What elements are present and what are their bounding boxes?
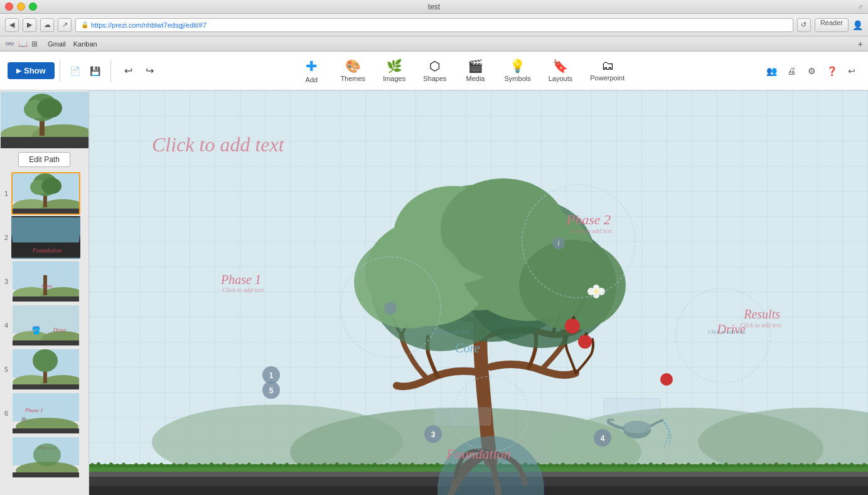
svg-text:Drive: Drive — [53, 327, 67, 333]
slide-thumb-3[interactable]: Core — [11, 260, 80, 303]
media-tool[interactable]: 🎬 Media — [457, 56, 495, 86]
share-button[interactable]: ↗ — [58, 18, 72, 32]
toolbar-separator-1 — [60, 60, 60, 82]
svg-text:4: 4 — [601, 434, 605, 443]
new-tab-icon[interactable]: + — [858, 39, 863, 49]
reader-button[interactable]: Reader — [815, 18, 849, 32]
forward-button[interactable]: ▶ — [23, 18, 36, 32]
svg-text:🪣: 🪣 — [31, 325, 41, 335]
svg-point-46 — [33, 443, 61, 466]
svg-text:Core: Core — [41, 283, 53, 289]
canvas[interactable]: Click to add text — [89, 90, 868, 495]
slide-thumb-2[interactable]: Foundation — [11, 216, 80, 259]
svg-text:3: 3 — [431, 430, 436, 439]
svg-point-68 — [578, 335, 592, 349]
slide-item-4[interactable]: 4 Drive 🪣 — [1, 304, 87, 347]
svg-rect-16 — [13, 217, 80, 242]
bookmarksbar: 👓 📖 ⊞ Gmail Kanban + — [0, 36, 868, 52]
svg-point-67 — [565, 318, 580, 334]
slide-item-6[interactable]: 6 Phase 1 — [1, 392, 87, 435]
svg-rect-28 — [13, 340, 80, 347]
toolbar: Show 📄 💾 ↩ ↪ ✚ Add 🎨 Themes 🌿 Images ⬡ S… — [0, 52, 868, 90]
show-button[interactable]: Show — [8, 62, 55, 79]
images-tool[interactable]: 🌿 Images — [375, 56, 413, 86]
svg-text:Phase 1: Phase 1 — [24, 407, 43, 413]
back-button[interactable]: ◀ — [5, 18, 19, 32]
shapes-tool[interactable]: ⬡ Shapes — [415, 56, 454, 86]
svg-point-84 — [623, 421, 651, 433]
svg-rect-25 — [13, 305, 80, 334]
bookmark-kanban[interactable]: Kanban — [73, 40, 97, 48]
shapes-icon: ⬡ — [429, 58, 440, 73]
redo-button[interactable]: ↪ — [140, 61, 160, 81]
svg-text:Foundation: Foundation — [32, 247, 62, 254]
svg-rect-44 — [13, 472, 80, 479]
help-button[interactable]: ❓ — [823, 62, 840, 80]
save-button[interactable]: 💾 — [85, 61, 105, 81]
resize-icon: ⤢ — [858, 3, 863, 10]
minimize-button[interactable] — [17, 3, 25, 11]
symbols-tool[interactable]: 💡 Symbols — [497, 56, 538, 86]
slide-item-2[interactable]: 2 Foundation — [1, 216, 87, 259]
slide-number-2: 2 — [1, 234, 11, 241]
slide-item-1[interactable]: 1 — [1, 172, 87, 215]
cloud-button[interactable]: ☁ — [40, 18, 54, 32]
print-button[interactable]: 🖨 — [783, 62, 800, 80]
settings-button[interactable]: ⚙ — [803, 62, 820, 80]
main-area: Edit Path 1 — [0, 90, 868, 495]
apps-icon[interactable]: ⊞ — [31, 40, 38, 48]
layouts-tool[interactable]: 🔖 Layouts — [541, 56, 581, 86]
bookmark-icons-group: 👓 📖 ⊞ — [5, 40, 38, 48]
powerpoint-icon: 🗂 — [601, 58, 614, 73]
symbols-icon: 💡 — [510, 58, 525, 73]
svg-text:5: 5 — [269, 386, 274, 395]
toolbar-right-group: 👥 🖨 ⚙ ❓ ↩ — [763, 62, 860, 80]
slide-item-3[interactable]: 3 Core — [1, 260, 87, 303]
users-button[interactable]: 👥 — [763, 62, 780, 80]
powerpoint-label: Powerpoint — [590, 74, 624, 82]
svg-rect-37 — [13, 393, 80, 422]
add-tool[interactable]: ✚ Add — [292, 56, 330, 86]
refresh-button[interactable]: ↺ — [797, 18, 811, 32]
svg-point-74 — [594, 289, 599, 294]
slide-thumb-1[interactable] — [11, 172, 80, 215]
bookmarks-icon[interactable]: 📖 — [18, 40, 28, 48]
slide-number-4: 4 — [1, 322, 11, 329]
slide-number-5: 5 — [1, 366, 11, 373]
exit-button[interactable]: ↩ — [843, 62, 860, 80]
bookmark-gmail[interactable]: Gmail — [48, 40, 66, 48]
add-icon: ✚ — [306, 58, 317, 75]
layouts-icon: 🔖 — [552, 58, 568, 73]
powerpoint-tool[interactable]: 🗂 Powerpoint — [582, 56, 632, 86]
slide-thumb-6[interactable]: Phase 1 — [11, 392, 80, 435]
reading-list-icon[interactable]: 👓 — [5, 40, 14, 48]
svg-point-66 — [354, 236, 464, 329]
undo-button[interactable]: ↩ — [119, 61, 139, 81]
slide-thumb-7[interactable]: Phase 2 — [11, 436, 80, 479]
edit-path-button[interactable]: Edit Path — [18, 152, 70, 167]
slide-item-5[interactable]: 5 — [1, 348, 87, 391]
slide-thumb-4[interactable]: Drive 🪣 — [11, 304, 80, 347]
svg-rect-22 — [13, 296, 80, 303]
account-icon[interactable]: 👤 — [852, 20, 863, 30]
svg-point-65 — [519, 240, 626, 330]
window-controls[interactable] — [5, 3, 37, 11]
svg-rect-34 — [13, 384, 80, 391]
images-label: Images — [383, 75, 405, 82]
svg-point-69 — [660, 373, 673, 386]
svg-rect-81 — [434, 408, 491, 425]
themes-tool[interactable]: 🎨 Themes — [333, 56, 373, 86]
slide-item-7[interactable]: 7 Phase 2 — [1, 436, 87, 479]
address-field[interactable]: 🔒 https://prezi.com/nhblwt7edsgj/edit/#7 — [75, 18, 793, 32]
media-icon: 🎬 — [468, 58, 483, 73]
close-button[interactable] — [5, 3, 13, 11]
slide-number-6: 6 — [1, 410, 11, 417]
slide-thumb-5[interactable] — [11, 348, 80, 391]
svg-point-15 — [41, 178, 62, 194]
svg-rect-39 — [13, 428, 80, 435]
svg-point-41 — [21, 417, 26, 422]
new-presentation-button[interactable]: 📄 — [65, 61, 85, 81]
maximize-button[interactable] — [29, 3, 37, 11]
svg-point-79 — [676, 288, 770, 383]
add-label: Add — [306, 76, 318, 84]
